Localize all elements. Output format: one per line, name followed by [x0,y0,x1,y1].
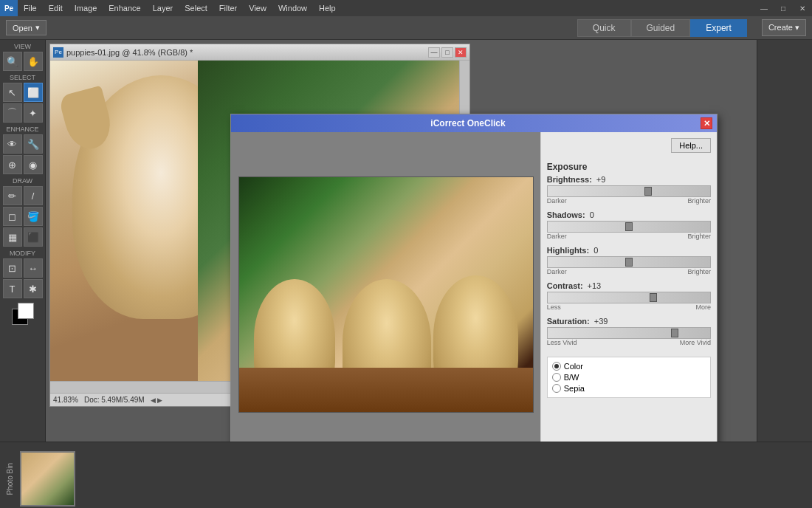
paint-bucket-tool[interactable]: ⬛ [24,227,43,247]
radio-color[interactable]: Color [552,362,706,371]
highlights-min-label: Darker [547,268,567,275]
radio-bw-circle [552,373,561,382]
spot-heal-tool[interactable]: 🔧 [24,134,43,154]
menu-view[interactable]: View [243,2,272,14]
menu-edit[interactable]: Edit [43,2,69,14]
saturation-slider-row: Saturation: +39 Less Vivid More Vivid [547,317,711,346]
document-titlebar: Pe puppies-01.jpg @ 41.8% (RGB/8) * — □ … [50,44,469,61]
magic-wand-tool[interactable]: ✦ [24,103,43,123]
photo-bin-panel: Photo Bin [0,442,812,508]
tab-guided[interactable]: Guided [631,19,691,37]
contrast-max-label: More [695,303,711,311]
clone-tool[interactable]: ⊕ [3,155,22,174]
open-button[interactable]: Open ▾ [6,20,47,35]
hand-tool[interactable]: ✋ [24,52,43,71]
shadows-slider[interactable] [547,221,711,233]
shadows-max-label: Brighter [687,233,711,240]
menu-help[interactable]: Help [313,2,342,14]
pencil-tool[interactable]: / [24,186,43,205]
dialog-title: iCorrect OneClick [235,118,701,128]
section-view-label: VIEW [1,41,44,52]
crop-tool[interactable]: ⊡ [3,258,22,278]
help-button[interactable]: Help... [671,138,711,153]
marquee-tool[interactable]: ⬜ [24,83,43,102]
highlights-slider-row: Highlights: 0 Darker Brighter [547,246,711,275]
blur-tool[interactable]: ◉ [24,155,43,174]
dialog-controls-panel: Help... Exposure Brightness: +9 Da [540,132,717,442]
doc-close-button[interactable]: ✕ [455,47,467,58]
icorrect-dialog: iCorrect OneClick ✕ [230,114,718,442]
brightness-label: Brightness: [547,175,592,184]
tool-panel: VIEW 🔍 ✋ SELECT ↖ ⬜ ⌒ ✦ ENHANCE 👁 🔧 ⊕ ◉ … [0,40,46,442]
doc-maximize-button[interactable]: □ [441,47,453,58]
contrast-slider[interactable] [547,292,711,303]
dialog-content: Help... Exposure Brightness: +9 Da [231,132,717,442]
create-button[interactable]: Create ▾ [762,19,806,36]
section-enhance-label: ENHANCE [1,124,44,134]
dialog-close-button[interactable]: ✕ [701,117,712,129]
contrast-label: Contrast: [547,281,583,290]
nav-next-button[interactable]: ▶ [157,397,162,404]
section-select-label: SELECT [1,72,44,83]
menu-file[interactable]: File [18,2,43,14]
status-nav: ◀ ▶ [151,397,162,404]
section-draw-label: DRAW [1,176,44,186]
move-tool[interactable]: ↖ [3,83,22,102]
shadows-value: 0 [590,210,594,219]
menu-enhance[interactable]: Enhance [103,2,146,14]
brightness-max-label: Brighter [687,197,711,205]
brightness-value: +9 [596,175,606,184]
thumbnail-image [21,453,74,505]
gradient-tool[interactable]: ▦ [3,227,22,247]
radio-bw[interactable]: B/W [552,373,706,382]
app-maximize-button[interactable]: □ [774,0,793,16]
highlights-slider[interactable] [547,256,711,268]
app-close-button[interactable]: ✕ [793,0,812,16]
background-color[interactable] [18,303,34,319]
doc-icon: Pe [53,47,63,58]
highlights-value: 0 [593,246,598,255]
lasso-tool[interactable]: ⌒ [3,103,22,123]
doc-size: Doc: 5.49M/5.49M [84,396,145,404]
dialog-preview-area [231,132,540,442]
brightness-slider[interactable] [547,185,711,197]
saturation-label: Saturation: [547,317,590,326]
section-modify-label: MODIFY [1,248,44,258]
shadows-label: Shadows: [547,210,585,219]
zoom-tool[interactable]: 🔍 [3,52,22,71]
zoom-level: 41.83% [53,396,78,404]
eye-dropper-tool[interactable]: 👁 [3,134,22,154]
saturation-slider[interactable] [547,327,711,339]
open-dropdown-icon[interactable]: ▾ [35,23,40,32]
tab-expert[interactable]: Expert [690,19,747,37]
thumbnail-item[interactable] [20,451,75,507]
radio-sepia[interactable]: Sepia [552,384,706,393]
fill-tool[interactable]: 🪣 [24,207,43,226]
menu-layer[interactable]: Layer [147,2,179,14]
saturation-max-label: More Vivid [680,339,711,346]
custom-shape-tool[interactable]: ✱ [24,279,43,298]
app-minimize-button[interactable]: — [754,0,774,16]
type-tool[interactable]: T [3,279,22,298]
brush-tool[interactable]: ✏ [3,186,22,205]
mode-tabs: Quick Guided Expert [577,19,747,37]
menu-image[interactable]: Image [69,2,103,14]
saturation-value: +39 [594,317,608,326]
menu-window[interactable]: Window [272,2,313,14]
menu-select[interactable]: Select [179,2,213,14]
document-title: puppies-01.jpg @ 41.8% (RGB/8) * [66,48,425,57]
color-mode-group: Color B/W Sepia [547,357,711,398]
highlights-label: Highlights: [547,246,589,255]
photo-bin-label: Photo Bin [6,463,14,495]
dialog-preview-image [238,176,534,413]
transform-tool[interactable]: ↔ [24,258,43,278]
radio-sepia-circle [552,384,561,393]
contrast-value: +13 [588,281,602,290]
menu-filter[interactable]: Filter [213,2,243,14]
tab-quick[interactable]: Quick [577,19,631,37]
highlights-max-label: Brighter [687,268,711,275]
nav-prev-button[interactable]: ◀ [151,397,156,404]
eraser-tool[interactable]: ◻ [3,207,22,226]
doc-minimize-button[interactable]: — [428,47,440,58]
radio-color-circle [552,362,561,371]
